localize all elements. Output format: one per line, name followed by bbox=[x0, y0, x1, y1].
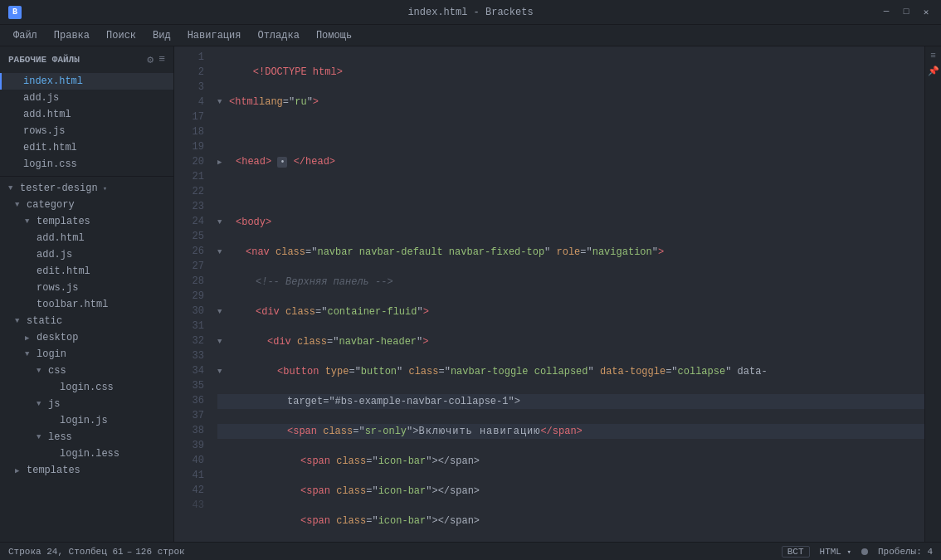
fold-arrow-18[interactable] bbox=[217, 215, 229, 230]
menu-navigation[interactable]: Навигация bbox=[181, 28, 248, 43]
tree-arrow-root bbox=[8, 184, 17, 192]
fold-arrow-2[interactable] bbox=[217, 95, 229, 110]
tree-folder-js[interactable]: js bbox=[0, 396, 173, 412]
menu-help[interactable]: Помощь bbox=[310, 28, 358, 43]
tree-folder-templates[interactable]: templates bbox=[0, 213, 173, 230]
tree-file-toolbar-html[interactable]: toolbar.html bbox=[0, 296, 173, 313]
app-icon: B bbox=[8, 6, 22, 19]
code-view[interactable]: 1 2 3 4 17 18 19 20 21 22 23 24 25 26 27… bbox=[174, 46, 924, 542]
encoding-indicator[interactable]: ВСТ bbox=[782, 546, 810, 558]
fold-arrow-21[interactable] bbox=[217, 304, 229, 319]
code-line-19: <nav class="navbar navbar-default navbar… bbox=[217, 245, 924, 260]
minimap: ≡ 📌 bbox=[924, 46, 941, 542]
syntax-indicator[interactable]: HTML ▾ bbox=[820, 547, 851, 557]
sidebar-file-add-html[interactable]: add.html bbox=[0, 106, 173, 123]
tree-file-edit-html[interactable]: edit.html bbox=[0, 263, 173, 280]
tree-root-tester-design[interactable]: tester-design ▾ bbox=[0, 180, 173, 197]
statusbar-right: ВСТ HTML ▾ Пробелы: 4 bbox=[782, 546, 933, 558]
code-line-21: <div class="container-fluid"> bbox=[217, 304, 924, 319]
tree-desktop-label: desktop bbox=[37, 332, 78, 343]
sidebar-divider bbox=[0, 176, 173, 177]
fold-arrow-4[interactable] bbox=[217, 155, 229, 170]
tree-arrow-js bbox=[37, 400, 45, 408]
tree-file-rows-js[interactable]: rows.js bbox=[0, 280, 173, 296]
code-line-20: <!-- Верхняя панель --> bbox=[217, 275, 924, 290]
line-numbers: 1 2 3 4 17 18 19 20 21 22 23 24 25 26 27… bbox=[174, 46, 211, 542]
fold-arrow-19[interactable] bbox=[217, 245, 229, 260]
code-line-2: <html lang="ru"> bbox=[217, 95, 924, 110]
tree-folder-login[interactable]: login bbox=[0, 346, 173, 363]
menu-edit[interactable]: Правка bbox=[47, 28, 96, 43]
syntax-label: HTML bbox=[820, 547, 841, 557]
code-line-25: <span class="icon-bar"></span> bbox=[217, 454, 924, 469]
tree-login-label: login bbox=[37, 348, 66, 360]
tree-file-add-html[interactable]: add.html bbox=[0, 230, 173, 246]
tree-static-label: static bbox=[27, 315, 62, 327]
maximize-button[interactable]: □ bbox=[900, 7, 913, 17]
cursor-position: Строка 24, Столбец 61 bbox=[8, 547, 124, 557]
code-line-24: target="#bs-example-navbar-collapse-1"> bbox=[217, 394, 924, 409]
code-line-1: <!DOCTYPE html> bbox=[217, 65, 924, 80]
statusbar-left: Строка 24, Столбец 61 – 126 строк bbox=[8, 547, 185, 557]
tree-file-login-less[interactable]: login.less bbox=[0, 446, 173, 462]
sidebar-file-login-css[interactable]: login.css bbox=[0, 156, 173, 173]
tree-root-arrow-down: ▾ bbox=[103, 184, 107, 193]
menu-debug[interactable]: Отладка bbox=[251, 28, 305, 43]
sidebar-file-edit-html[interactable]: edit.html bbox=[0, 139, 173, 156]
tree-folder-templates-root[interactable]: templates bbox=[0, 462, 173, 479]
tree-folder-css[interactable]: css bbox=[0, 363, 173, 379]
menu-file[interactable]: Файл bbox=[7, 28, 44, 43]
tree-arrow-less bbox=[37, 433, 45, 441]
tree-file-login-css[interactable]: login.css bbox=[0, 379, 173, 396]
status-separator: – bbox=[127, 547, 133, 557]
working-files-label: Рабочие файлы bbox=[8, 55, 80, 65]
tree-arrow-static bbox=[15, 317, 23, 325]
statusbar: Строка 24, Столбец 61 – 126 строк ВСТ HT… bbox=[0, 542, 941, 560]
editor-area: 1 2 3 4 17 18 19 20 21 22 23 24 25 26 27… bbox=[174, 46, 924, 542]
sidebar-header-icons: ⚙ ≡ bbox=[147, 53, 165, 66]
tree-file-add-js[interactable]: add.js bbox=[0, 246, 173, 263]
code-line-23: <button type="button" class="navbar-togg… bbox=[217, 364, 924, 379]
status-dot bbox=[861, 548, 868, 555]
menu-search[interactable]: Поиск bbox=[100, 28, 143, 43]
code-line-27: <span class="icon-bar"></span> bbox=[217, 514, 924, 528]
tree-arrow-desktop bbox=[25, 334, 33, 342]
working-files-list: index.html add.js add.html rows.js edit.… bbox=[0, 73, 173, 173]
spaces-indicator[interactable]: Пробелы: 4 bbox=[878, 547, 933, 557]
file-tree: tester-design ▾ category templates add.h… bbox=[0, 180, 173, 479]
tree-arrow-templates bbox=[25, 217, 33, 226]
sidebar-file-index-html[interactable]: index.html bbox=[0, 73, 173, 90]
close-button[interactable]: ✕ bbox=[919, 7, 933, 17]
tree-root-label: tester-design bbox=[20, 183, 98, 194]
tree-folder-less[interactable]: less bbox=[0, 429, 173, 446]
code-line-24b: <span class="sr-only">Включить навигацию… bbox=[217, 424, 924, 439]
line-count: 126 строк bbox=[135, 547, 184, 557]
tree-arrow-templates-root bbox=[15, 466, 23, 475]
tree-file-login-js[interactable]: login.js bbox=[0, 412, 173, 429]
settings-icon[interactable]: ⚙ bbox=[147, 53, 154, 66]
menubar: Файл Правка Поиск Вид Навигация Отладка … bbox=[0, 25, 941, 46]
code-line-3 bbox=[217, 124, 924, 139]
fold-arrow-23[interactable] bbox=[217, 364, 229, 379]
sidebar-file-add-js[interactable]: add.js bbox=[0, 90, 173, 106]
tree-folder-static[interactable]: static bbox=[0, 313, 173, 329]
tree-arrow-css bbox=[37, 367, 45, 375]
tree-category-label: category bbox=[27, 199, 75, 211]
tree-templates-root-label: templates bbox=[27, 465, 80, 476]
menu-view[interactable]: Вид bbox=[146, 28, 178, 43]
code-line-26: <span class="icon-bar"></span> bbox=[217, 484, 924, 499]
main-layout: Рабочие файлы ⚙ ≡ index.html add.js add.… bbox=[0, 46, 941, 542]
tree-js-label: js bbox=[48, 398, 60, 410]
minimap-scroll-icon[interactable]: ≡ bbox=[928, 50, 939, 61]
minimize-button[interactable]: ─ bbox=[880, 7, 893, 17]
sidebar-file-rows-js[interactable]: rows.js bbox=[0, 123, 173, 139]
fold-arrow-22[interactable] bbox=[217, 334, 229, 349]
expand-icon[interactable]: ≡ bbox=[158, 53, 165, 66]
code-content: <!DOCTYPE html> <html lang="ru"> <head> … bbox=[211, 46, 924, 542]
tree-folder-desktop[interactable]: desktop bbox=[0, 329, 173, 346]
tree-folder-category[interactable]: category bbox=[0, 197, 173, 213]
minimap-pin-icon[interactable]: 📌 bbox=[928, 65, 939, 76]
code-line-17 bbox=[217, 185, 924, 200]
window-title: index.html - Brackets bbox=[407, 7, 533, 18]
tree-arrow-category bbox=[15, 201, 23, 209]
